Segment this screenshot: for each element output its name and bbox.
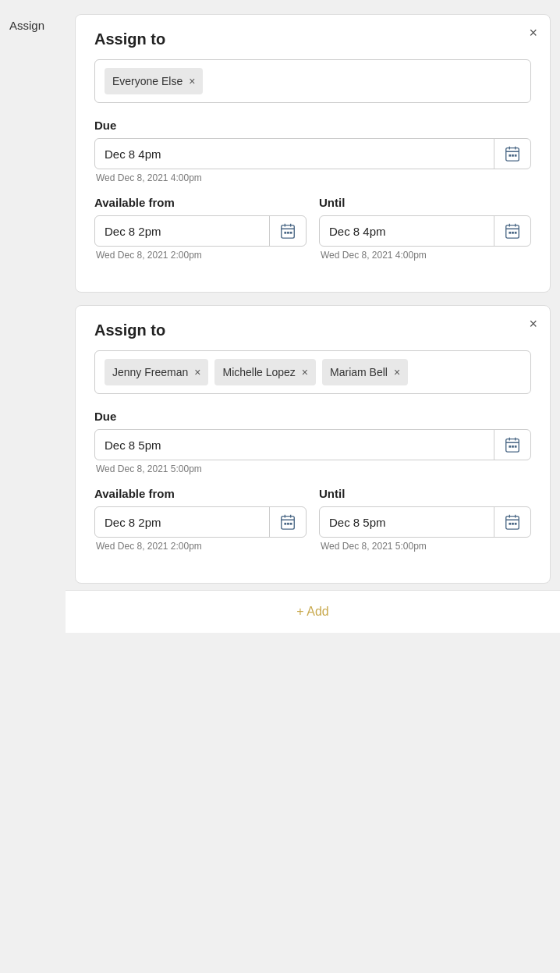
tag-jenny-freeman: Jenny Freeman × — [105, 359, 208, 385]
card1-avail-input-row — [94, 215, 307, 247]
card1-section-title: Assign to — [94, 30, 531, 48]
calendar-icon — [504, 145, 521, 162]
card1-until-calendar-button[interactable] — [494, 216, 530, 246]
tag-name: Mariam Bell — [330, 366, 388, 378]
card1-avail-calendar-button[interactable] — [269, 216, 306, 246]
card2-avail-calendar-button[interactable] — [269, 507, 306, 537]
card2-until-input-row — [319, 506, 531, 538]
card1-due-label: Due — [94, 119, 531, 132]
card1-avail-group: Available from — [94, 196, 307, 273]
calendar-icon — [504, 513, 521, 531]
svg-rect-34 — [290, 523, 292, 525]
svg-rect-12 — [287, 232, 289, 234]
card2-until-calendar-button[interactable] — [494, 507, 530, 537]
card2-assignee-box[interactable]: Jenny Freeman × Michelle Lopez × Mariam … — [94, 350, 531, 394]
card1-until-input[interactable] — [320, 217, 494, 246]
card2-avail-until-row: Available from — [94, 487, 531, 564]
card2-until-hint: Wed Dec 8, 2021 5:00pm — [319, 541, 531, 552]
card1-avail-input[interactable] — [95, 217, 269, 246]
card2-due-group: Due Wed Dec 8, 2021 5:00pm — [94, 410, 531, 474]
svg-rect-6 — [515, 154, 517, 157]
tag-name: Michelle Lopez — [222, 366, 295, 378]
svg-rect-33 — [287, 523, 289, 525]
tag-everyone-else: Everyone Else × — [105, 68, 203, 94]
card2-avail-input-row — [94, 506, 307, 538]
svg-rect-39 — [509, 523, 511, 525]
add-button[interactable]: + Add — [296, 605, 328, 619]
svg-rect-41 — [515, 523, 517, 525]
assign-card-2: × Assign to Jenny Freeman × Michelle Lop… — [75, 305, 551, 584]
tag-michelle-lopez: Michelle Lopez × — [214, 359, 316, 385]
calendar-icon — [504, 222, 521, 240]
calendar-icon — [504, 436, 521, 453]
svg-rect-26 — [512, 446, 514, 448]
calendar-icon — [279, 222, 296, 240]
card1-due-calendar-button[interactable] — [494, 139, 530, 169]
close-card-1-button[interactable]: × — [529, 26, 537, 40]
remove-mariam-bell-button[interactable]: × — [394, 367, 400, 378]
remove-everyone-else-button[interactable]: × — [189, 76, 195, 87]
sidebar-assign-label: Assign — [0, 8, 66, 32]
card2-until-group: Until Wed — [319, 487, 531, 564]
card2-due-input[interactable] — [95, 431, 494, 460]
card2-section-title: Assign to — [94, 321, 531, 339]
close-card-2-button[interactable]: × — [529, 317, 537, 331]
svg-rect-14 — [506, 225, 519, 239]
svg-rect-25 — [509, 446, 511, 448]
main-content: × Assign to Everyone Else × Due — [66, 8, 560, 633]
svg-rect-20 — [515, 232, 517, 234]
card2-until-label: Until — [319, 487, 531, 500]
card2-avail-input[interactable] — [95, 508, 269, 537]
add-bar: + Add — [66, 590, 560, 633]
tag-name: Everyone Else — [112, 75, 183, 87]
svg-rect-40 — [512, 523, 514, 525]
card1-until-group: Until Wed — [319, 196, 531, 273]
card2-due-label: Due — [94, 410, 531, 423]
calendar-icon — [279, 513, 296, 531]
card1-due-hint: Wed Dec 8, 2021 4:00pm — [94, 172, 531, 183]
card2-until-input[interactable] — [320, 508, 494, 537]
card1-until-input-row — [319, 215, 531, 247]
remove-michelle-lopez-button[interactable]: × — [302, 367, 308, 378]
card2-due-calendar-button[interactable] — [494, 430, 530, 460]
svg-rect-4 — [509, 154, 511, 157]
card2-avail-group: Available from — [94, 487, 307, 564]
svg-rect-7 — [282, 225, 295, 239]
tag-mariam-bell: Mariam Bell × — [322, 359, 408, 385]
card1-until-hint: Wed Dec 8, 2021 4:00pm — [319, 250, 531, 261]
assign-card-1: × Assign to Everyone Else × Due — [75, 14, 551, 293]
card1-until-label: Until — [319, 196, 531, 209]
card2-due-hint: Wed Dec 8, 2021 5:00pm — [94, 463, 531, 474]
card1-avail-label: Available from — [94, 196, 307, 209]
svg-rect-13 — [290, 232, 292, 234]
card1-due-group: Due Wed Dec 8, 2021 4:00pm — [94, 119, 531, 183]
card2-avail-label: Available from — [94, 487, 307, 500]
card1-avail-until-row: Available from — [94, 196, 531, 273]
remove-jenny-freeman-button[interactable]: × — [194, 367, 200, 378]
svg-rect-19 — [512, 232, 514, 234]
svg-rect-27 — [515, 446, 517, 448]
svg-rect-11 — [284, 232, 286, 234]
svg-rect-32 — [284, 523, 286, 525]
card1-assignee-box[interactable]: Everyone Else × — [94, 59, 531, 103]
card2-due-input-row — [94, 429, 531, 460]
card2-avail-hint: Wed Dec 8, 2021 2:00pm — [94, 541, 307, 552]
card1-due-input-row — [94, 138, 531, 169]
card1-avail-hint: Wed Dec 8, 2021 2:00pm — [94, 250, 307, 261]
svg-rect-5 — [512, 154, 514, 157]
card1-due-input[interactable] — [95, 140, 494, 169]
svg-rect-18 — [509, 232, 511, 234]
tag-name: Jenny Freeman — [112, 366, 188, 378]
